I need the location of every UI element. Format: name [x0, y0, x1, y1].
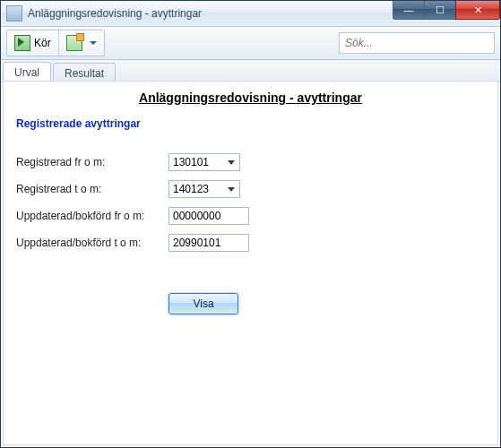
close-button[interactable]: ✕ [455, 1, 500, 20]
visa-button[interactable]: Visa [168, 293, 238, 314]
maximize-button[interactable]: ☐ [424, 1, 456, 20]
label-uppdaterad-from: Uppdaterad/bokförd fr o m: [16, 210, 168, 222]
window-title: Anläggningsredovisning - avyttringar [28, 7, 202, 20]
action-row: Visa [16, 293, 485, 314]
label-registrerad-from: Registrerad fr o m: [16, 156, 168, 168]
chevron-down-icon [224, 183, 238, 195]
row-registrerad-from: Registrerad fr o m: 130101 [16, 153, 485, 171]
toolbar-group: Kör [6, 30, 105, 56]
search-input[interactable] [339, 32, 495, 54]
label-registrerad-to: Registrerad t o m: [16, 183, 168, 195]
combo-registrerad-to-value: 140123 [173, 183, 209, 195]
chevron-down-icon [90, 41, 97, 45]
input-uppdaterad-from[interactable] [168, 207, 249, 225]
chevron-down-icon [224, 156, 238, 168]
tab-strip: Urval Resultat [1, 60, 500, 82]
page-title: Anläggningsredovisning - avyttringar [16, 90, 485, 105]
section-title: Registrerade avyttringar [16, 117, 485, 130]
input-uppdaterad-to[interactable] [168, 234, 249, 252]
export-button[interactable] [59, 30, 104, 56]
row-uppdaterad-to: Uppdaterad/bokförd t o m: [16, 234, 485, 252]
maximize-icon: ☐ [436, 5, 445, 15]
toolbar: Kör [1, 27, 500, 60]
run-icon [14, 35, 30, 51]
tab-urval[interactable]: Urval [3, 62, 51, 82]
minimize-button[interactable]: — [393, 1, 425, 20]
content-panel: Anläggningsredovisning - avyttringar Reg… [3, 81, 498, 445]
app-icon [6, 5, 22, 22]
minimize-icon: — [404, 5, 414, 15]
row-registrerad-to: Registrerad t o m: 140123 [16, 180, 485, 198]
run-button[interactable]: Kör [7, 30, 58, 56]
combo-registrerad-to[interactable]: 140123 [168, 180, 240, 198]
close-icon: ✕ [474, 5, 482, 15]
export-excel-icon [66, 35, 82, 51]
tab-resultat[interactable]: Resultat [53, 63, 116, 82]
row-uppdaterad-from: Uppdaterad/bokförd fr o m: [16, 207, 485, 225]
run-button-label: Kör [34, 37, 51, 49]
window-controls: — ☐ ✕ [393, 1, 500, 20]
titlebar: Anläggningsredovisning - avyttringar — ☐… [1, 1, 500, 27]
app-window: Anläggningsredovisning - avyttringar — ☐… [0, 0, 501, 448]
label-uppdaterad-to: Uppdaterad/bokförd t o m: [16, 237, 168, 249]
combo-registrerad-from-value: 130101 [173, 156, 209, 168]
combo-registrerad-from[interactable]: 130101 [168, 153, 240, 171]
